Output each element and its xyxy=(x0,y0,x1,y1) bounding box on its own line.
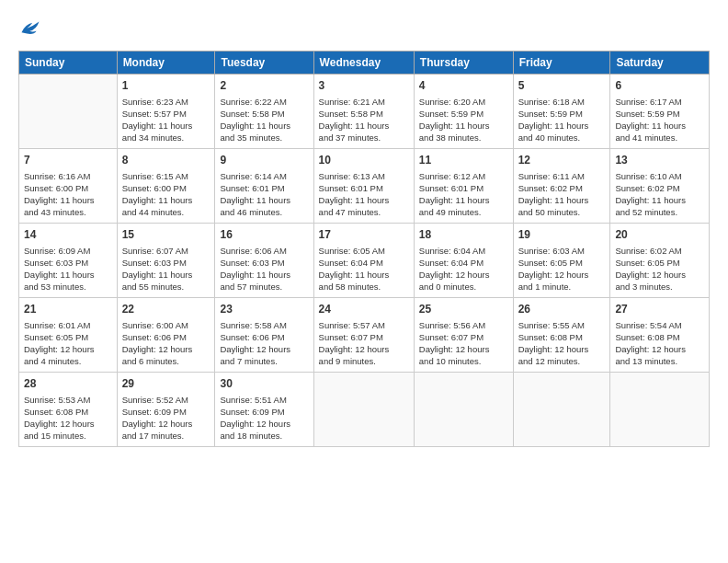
week-row-3: 21Sunrise: 6:01 AMSunset: 6:05 PMDayligh… xyxy=(19,297,710,372)
cell-text: and 37 minutes. xyxy=(319,132,409,144)
cell-text: and 52 minutes. xyxy=(615,206,704,218)
cell-text: and 50 minutes. xyxy=(518,206,606,218)
cell-text: Daylight: 12 hours xyxy=(615,343,704,355)
weekday-header-friday: Friday xyxy=(513,51,610,74)
cell-text: Daylight: 12 hours xyxy=(518,343,606,355)
cell-text: Sunset: 6:04 PM xyxy=(419,257,508,269)
cell-text: Daylight: 11 hours xyxy=(24,194,112,206)
weekday-header-sunday: Sunday xyxy=(19,51,118,74)
cell-text: Sunset: 6:08 PM xyxy=(518,331,606,343)
cell-text: Daylight: 11 hours xyxy=(615,194,704,206)
cell-text: and 17 minutes. xyxy=(122,430,210,442)
logo-bird-icon xyxy=(20,18,40,37)
cell-text: Daylight: 12 hours xyxy=(220,343,308,355)
calendar-cell: 25Sunrise: 5:56 AMSunset: 6:07 PMDayligh… xyxy=(414,297,513,372)
cell-text: Sunrise: 6:17 AM xyxy=(615,96,704,108)
cell-text: Sunrise: 6:23 AM xyxy=(122,96,210,108)
cell-text: Sunrise: 6:21 AM xyxy=(319,96,409,108)
day-number: 24 xyxy=(319,302,409,317)
cell-text: and 12 minutes. xyxy=(518,355,606,367)
cell-text: Sunset: 5:57 PM xyxy=(122,108,210,120)
weekday-header-row: SundayMondayTuesdayWednesdayThursdayFrid… xyxy=(19,51,710,74)
cell-text: Sunset: 6:09 PM xyxy=(122,406,210,418)
week-row-1: 7Sunrise: 6:16 AMSunset: 6:00 PMDaylight… xyxy=(19,148,710,223)
cell-text: Sunset: 5:58 PM xyxy=(319,108,409,120)
day-number: 18 xyxy=(419,227,508,243)
cell-text: Sunset: 6:08 PM xyxy=(24,406,112,418)
day-number: 6 xyxy=(615,78,704,94)
cell-text: Sunrise: 5:54 AM xyxy=(615,319,704,331)
calendar-cell xyxy=(19,74,118,148)
calendar-cell: 6Sunrise: 6:17 AMSunset: 5:59 PMDaylight… xyxy=(610,74,710,148)
cell-text: Sunset: 6:03 PM xyxy=(220,257,308,269)
day-number: 5 xyxy=(518,78,606,94)
cell-text: and 15 minutes. xyxy=(24,430,112,442)
cell-text: Sunrise: 5:51 AM xyxy=(220,394,308,406)
cell-text: Sunrise: 6:10 AM xyxy=(615,170,704,182)
calendar-cell: 8Sunrise: 6:15 AMSunset: 6:00 PMDaylight… xyxy=(117,148,215,223)
calendar-cell: 10Sunrise: 6:13 AMSunset: 6:01 PMDayligh… xyxy=(313,148,414,223)
cell-text: Daylight: 11 hours xyxy=(122,269,210,281)
cell-text: and 43 minutes. xyxy=(24,206,112,218)
cell-text: Sunrise: 6:22 AM xyxy=(220,96,308,108)
day-number: 10 xyxy=(319,153,409,168)
calendar-cell xyxy=(610,372,710,446)
week-row-2: 14Sunrise: 6:09 AMSunset: 6:03 PMDayligh… xyxy=(19,223,710,297)
cell-text: Sunset: 5:58 PM xyxy=(220,108,308,120)
cell-text: and 34 minutes. xyxy=(122,132,210,144)
cell-text: Sunrise: 5:58 AM xyxy=(220,319,308,331)
day-number: 13 xyxy=(615,153,704,168)
cell-text: Sunset: 6:09 PM xyxy=(220,406,308,418)
day-number: 29 xyxy=(122,376,210,392)
cell-text: Sunset: 6:05 PM xyxy=(24,331,112,343)
cell-text: Daylight: 12 hours xyxy=(419,269,508,281)
cell-text: and 10 minutes. xyxy=(419,355,508,367)
cell-text: Sunset: 5:59 PM xyxy=(518,108,606,120)
cell-text: and 13 minutes. xyxy=(615,355,704,367)
cell-text: and 18 minutes. xyxy=(220,430,308,442)
cell-text: Daylight: 12 hours xyxy=(24,343,112,355)
day-number: 2 xyxy=(220,78,308,94)
cell-text: and 1 minute. xyxy=(518,281,606,293)
cell-text: Sunset: 6:07 PM xyxy=(319,331,409,343)
calendar-cell: 24Sunrise: 5:57 AMSunset: 6:07 PMDayligh… xyxy=(313,297,414,372)
cell-text: Sunset: 6:01 PM xyxy=(220,182,308,194)
day-number: 7 xyxy=(24,153,112,168)
calendar-cell: 5Sunrise: 6:18 AMSunset: 5:59 PMDaylight… xyxy=(513,74,610,148)
cell-text: Sunset: 5:59 PM xyxy=(615,108,704,120)
logo xyxy=(18,18,40,41)
week-row-0: 1Sunrise: 6:23 AMSunset: 5:57 PMDaylight… xyxy=(19,74,710,148)
day-number: 30 xyxy=(220,376,308,392)
calendar-cell: 1Sunrise: 6:23 AMSunset: 5:57 PMDaylight… xyxy=(117,74,215,148)
cell-text: Daylight: 12 hours xyxy=(615,269,704,281)
cell-text: Daylight: 12 hours xyxy=(319,343,409,355)
cell-text: and 47 minutes. xyxy=(319,206,409,218)
cell-text: Sunrise: 6:12 AM xyxy=(419,170,508,182)
cell-text: and 7 minutes. xyxy=(220,355,308,367)
cell-text: Sunrise: 6:05 AM xyxy=(319,245,409,257)
cell-text: and 41 minutes. xyxy=(615,132,704,144)
day-number: 11 xyxy=(419,153,508,168)
calendar-cell: 23Sunrise: 5:58 AMSunset: 6:06 PMDayligh… xyxy=(215,297,313,372)
cell-text: Sunset: 6:04 PM xyxy=(319,257,409,269)
weekday-header-saturday: Saturday xyxy=(610,51,710,74)
day-number: 20 xyxy=(615,227,704,243)
cell-text: and 38 minutes. xyxy=(419,132,508,144)
cell-text: Daylight: 11 hours xyxy=(419,120,508,132)
calendar-cell: 12Sunrise: 6:11 AMSunset: 6:02 PMDayligh… xyxy=(513,148,610,223)
cell-text: Sunset: 6:06 PM xyxy=(220,331,308,343)
cell-text: Sunset: 6:00 PM xyxy=(122,182,210,194)
weekday-header-thursday: Thursday xyxy=(414,51,513,74)
calendar-cell: 3Sunrise: 6:21 AMSunset: 5:58 PMDaylight… xyxy=(313,74,414,148)
cell-text: and 6 minutes. xyxy=(122,355,210,367)
cell-text: Daylight: 12 hours xyxy=(518,269,606,281)
cell-text: Sunset: 6:02 PM xyxy=(518,182,606,194)
calendar-cell: 22Sunrise: 6:00 AMSunset: 6:06 PMDayligh… xyxy=(117,297,215,372)
cell-text: Sunset: 6:05 PM xyxy=(615,257,704,269)
calendar-body: 1Sunrise: 6:23 AMSunset: 5:57 PMDaylight… xyxy=(19,74,710,446)
header xyxy=(18,15,710,41)
cell-text: Sunrise: 6:03 AM xyxy=(518,245,606,257)
day-number: 27 xyxy=(615,302,704,317)
cell-text: Sunset: 6:02 PM xyxy=(615,182,704,194)
cell-text: Sunrise: 6:01 AM xyxy=(24,319,112,331)
